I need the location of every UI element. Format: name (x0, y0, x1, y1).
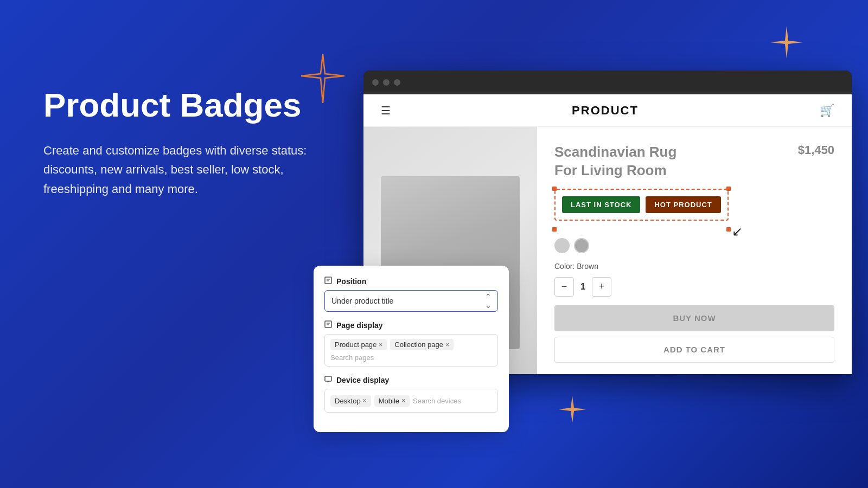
browser-dot-3 (394, 79, 400, 86)
product-details: Scandinavian RugFor Living Room $1,450 L… (537, 127, 852, 374)
add-to-cart-button[interactable]: ADD TO CART (554, 337, 834, 363)
device-tag-mobile-remove[interactable]: × (401, 397, 405, 404)
device-display-label-row: Device display (324, 375, 498, 384)
badge-area: LAST IN STOCK HOT PRODUCT (554, 189, 729, 221)
device-display-icon (324, 375, 332, 384)
buy-now-button[interactable]: BUY NOW (554, 305, 834, 331)
cart-icon[interactable]: 🛒 (820, 104, 834, 118)
devices-search-placeholder: Search devices (413, 397, 461, 405)
position-label-text: Position (336, 277, 366, 286)
left-content-area: Product Badges Create and customize badg… (43, 87, 342, 198)
badge-hot-product: HOT PRODUCT (646, 196, 720, 213)
position-icon (324, 277, 332, 286)
page-display-icon (324, 320, 332, 330)
page-tag-collection: Collection page × (390, 339, 454, 350)
sparkle-decoration-bottom (559, 396, 586, 423)
page-tag-collection-remove[interactable]: × (445, 341, 449, 349)
page-display-section: Page display Product page × Collection p… (324, 320, 498, 367)
svg-rect-0 (325, 277, 331, 284)
color-swatches (554, 238, 834, 253)
swatch-1[interactable] (554, 238, 570, 253)
product-title: Scandinavian RugFor Living Room (554, 143, 676, 180)
qty-increase-button[interactable]: + (592, 277, 611, 297)
page-title: Product Badges (43, 87, 342, 124)
page-tag-product: Product page × (330, 339, 387, 350)
store-header: ☰ PRODUCT 🛒 (363, 94, 852, 127)
corner-tl (552, 187, 557, 191)
position-select[interactable]: Under product title Above product title … (324, 290, 498, 312)
corner-bl (552, 227, 557, 232)
product-price: $1,450 (798, 143, 834, 157)
browser-bar (363, 70, 852, 94)
product-title-price-row: Scandinavian RugFor Living Room $1,450 (554, 143, 834, 180)
device-tag-desktop: Desktop × (330, 395, 371, 407)
device-display-label-text: Device display (336, 376, 389, 384)
corner-tr (726, 187, 731, 191)
svg-rect-3 (325, 321, 331, 328)
badge-last-in-stock: LAST IN STOCK (562, 196, 640, 213)
page-display-tags-input[interactable]: Product page × Collection page × Search … (324, 334, 498, 367)
page-display-label-text: Page display (336, 321, 383, 330)
position-select-wrapper: Under product title Above product title … (324, 290, 498, 312)
corner-br (726, 227, 731, 232)
device-display-section: Device display Desktop × Mobile × Search… (324, 375, 498, 413)
cursor-arrow: ↙ (732, 224, 743, 239)
svg-rect-6 (325, 376, 331, 381)
settings-panel: Position Under product title Above produ… (314, 266, 509, 432)
swatch-2[interactable] (574, 238, 589, 253)
device-tag-desktop-remove[interactable]: × (363, 397, 367, 404)
browser-dot-1 (372, 79, 379, 86)
position-section: Position Under product title Above produ… (324, 277, 498, 312)
store-title: PRODUCT (572, 104, 639, 118)
browser-dot-2 (383, 79, 390, 86)
qty-value: 1 (580, 282, 585, 292)
device-tag-mobile: Mobile × (374, 395, 410, 407)
menu-icon[interactable]: ☰ (381, 104, 391, 117)
pages-search-placeholder: Search pages (330, 354, 374, 362)
position-label-row: Position (324, 277, 498, 286)
color-label: Color: Brown (554, 262, 834, 271)
sparkle-decoration-right (770, 26, 803, 59)
qty-decrease-button[interactable]: − (554, 277, 574, 297)
quantity-row: − 1 + (554, 277, 834, 297)
page-display-label-row: Page display (324, 320, 498, 330)
page-tag-product-remove[interactable]: × (379, 341, 382, 349)
page-description: Create and customize badges with diverse… (43, 141, 342, 198)
device-display-tags-input[interactable]: Desktop × Mobile × Search devices (324, 389, 498, 413)
